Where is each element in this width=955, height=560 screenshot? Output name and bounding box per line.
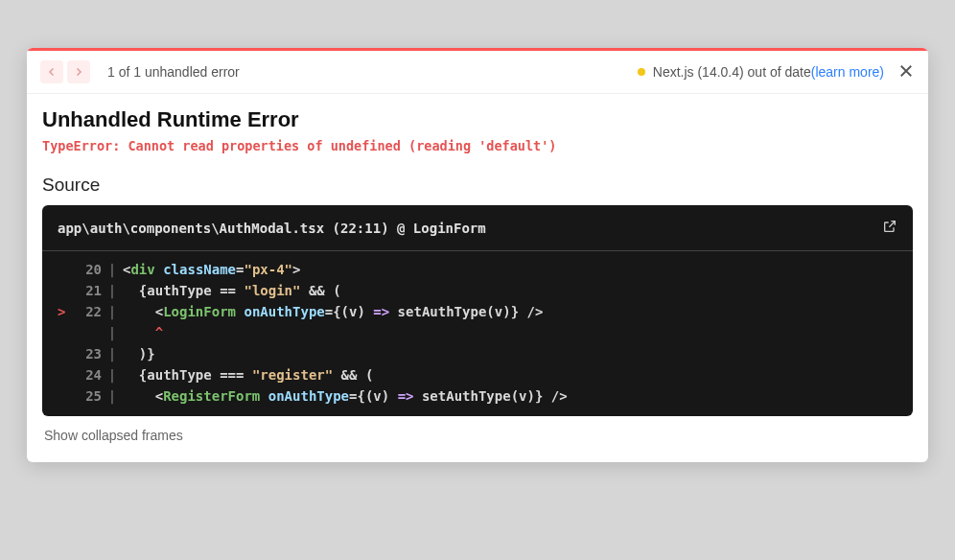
code-line: >22| <LoginForm onAuthType={(v) => setAu… [42, 301, 913, 322]
line-marker [58, 367, 75, 383]
code-content: {authType == "login" && ( [123, 283, 897, 298]
line-marker [58, 388, 75, 404]
gutter-pipe: | [102, 367, 123, 383]
code-line: 21| {authType == "login" && ( [42, 280, 913, 301]
overlay-body: Unhandled Runtime Error TypeError: Canno… [27, 94, 928, 462]
line-number: 24 [75, 367, 102, 383]
line-marker [58, 346, 75, 362]
code-content: <RegisterForm onAuthType={(v) => setAuth… [123, 388, 897, 404]
arrow-left-icon [46, 66, 58, 78]
code-line: 20|<div className="px-4"> [42, 259, 913, 280]
line-marker [58, 262, 75, 277]
arrow-right-icon [73, 66, 84, 78]
code-line: | ^ [42, 322, 913, 343]
line-marker: > [58, 304, 75, 319]
prev-error-button[interactable] [40, 60, 63, 83]
code-content: {authType === "register" && ( [123, 367, 897, 383]
close-icon [897, 62, 915, 80]
line-number [75, 325, 102, 340]
code-content: <div className="px-4"> [123, 262, 897, 277]
code-line: 24| {authType === "register" && ( [42, 364, 913, 385]
overlay-header: 1 of 1 unhandled error Next.js (14.0.4) … [27, 51, 928, 94]
status-dot-icon [638, 68, 645, 76]
version-label: Next.js (14.0.4) out of date [653, 64, 811, 80]
error-nav [40, 60, 90, 83]
code-block: app\auth\components\AuthModal.tsx (22:11… [42, 205, 913, 416]
line-marker [58, 325, 75, 340]
show-collapsed-frames-button[interactable]: Show collapsed frames [42, 424, 913, 456]
code-content: )} [123, 346, 897, 362]
line-number: 20 [75, 262, 102, 277]
external-link-icon [882, 219, 897, 234]
code-content: ^ [123, 325, 897, 340]
close-button[interactable] [897, 62, 915, 82]
next-error-button[interactable] [67, 60, 90, 83]
line-number: 25 [75, 388, 102, 404]
line-number: 22 [75, 304, 102, 319]
error-overlay-card: 1 of 1 unhandled error Next.js (14.0.4) … [27, 48, 928, 462]
gutter-pipe: | [102, 283, 123, 298]
learn-more-link[interactable]: (learn more) [811, 64, 884, 80]
code-line: 23| )} [42, 343, 913, 364]
error-title: Unhandled Runtime Error [42, 107, 913, 132]
error-message: TypeError: Cannot read properties of und… [42, 138, 913, 153]
source-heading: Source [42, 175, 913, 196]
error-counter: 1 of 1 unhandled error [107, 64, 240, 80]
gutter-pipe: | [102, 304, 123, 319]
line-number: 23 [75, 346, 102, 362]
gutter-pipe: | [102, 262, 123, 277]
gutter-pipe: | [102, 346, 123, 362]
code-line: 25| <RegisterForm onAuthType={(v) => set… [42, 385, 913, 407]
line-marker [58, 283, 75, 298]
gutter-pipe: | [102, 325, 123, 340]
code-lines: 20|<div className="px-4">21| {authType =… [42, 251, 913, 416]
code-content: <LoginForm onAuthType={(v) => setAuthTyp… [123, 304, 897, 319]
file-location: app\auth\components\AuthModal.tsx (22:11… [58, 221, 486, 236]
open-in-editor-button[interactable] [882, 219, 897, 237]
code-location-header: app\auth\components\AuthModal.tsx (22:11… [42, 205, 913, 251]
gutter-pipe: | [102, 388, 123, 404]
line-number: 21 [75, 283, 102, 298]
